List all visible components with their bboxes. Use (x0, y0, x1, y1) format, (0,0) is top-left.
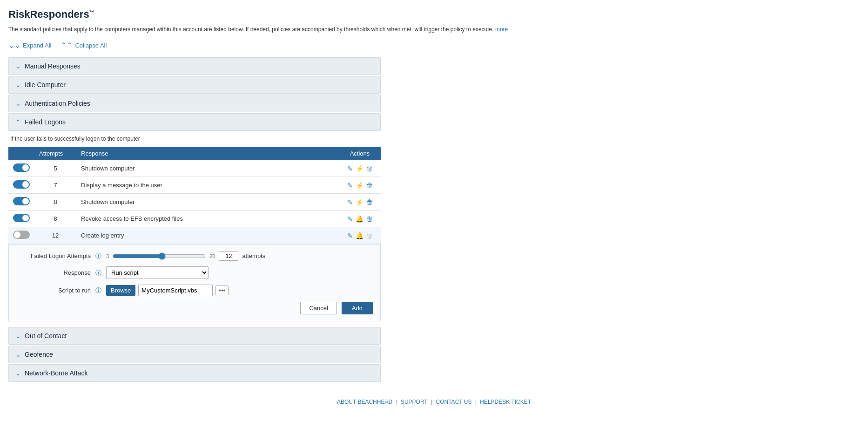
app-title: RiskResponders™ (8, 8, 860, 20)
table-header-attempts: Attempts (34, 147, 76, 160)
row3-action-icons: ✎ ⚡ 🗑 (343, 198, 376, 206)
more-link[interactable]: more (495, 26, 508, 33)
row5-actions: ✎ 🔔 🗑 (339, 227, 381, 244)
row3-edit-icon[interactable]: ✎ (347, 198, 353, 206)
row2-actions: ✎ ⚡ 🗑 (339, 177, 381, 194)
row5-attempts: 12 (34, 227, 76, 244)
row4-delete-icon[interactable]: 🗑 (366, 215, 373, 223)
section-idle-computer[interactable]: ⌄ Idle Computer (8, 76, 381, 94)
footer-helpdesk-link[interactable]: HELPDESK TICKET (480, 399, 531, 405)
section-failed-logons-header[interactable]: ⌃ Failed Logons (8, 113, 381, 131)
table-header-toggle (8, 147, 34, 160)
chevron-auth-policies-icon: ⌄ (15, 100, 21, 107)
section-manual-responses[interactable]: ⌄ Manual Responses (8, 57, 381, 75)
row2-edit-icon[interactable]: ✎ (347, 182, 353, 189)
browse-button[interactable]: Browse (106, 285, 135, 296)
row1-toggle-cell (8, 160, 34, 177)
table-row: 8 Shutdown computer ✎ ⚡ 🗑 (8, 194, 381, 211)
row3-toggle-cell (8, 194, 34, 211)
row2-action-icons: ✎ ⚡ 🗑 (343, 182, 376, 189)
row3-toggle[interactable] (13, 197, 30, 205)
row3-attempts: 8 (34, 194, 76, 211)
response-info-icon[interactable]: ⓘ (95, 269, 101, 277)
row5-toggle[interactable] (13, 231, 30, 239)
app-description: The standard policies that apply to the … (8, 25, 860, 34)
table-row: 8 Revoke access to EFS encrypted files ✎… (8, 211, 381, 227)
attempts-info-icon[interactable]: ⓘ (95, 252, 101, 260)
toolbar: ⌄⌄ Expand All ⌃⌃ Collapse All (8, 41, 860, 50)
script-info-icon[interactable]: ⓘ (95, 286, 101, 295)
footer-support-link[interactable]: SUPPORT (401, 399, 428, 405)
response-select[interactable]: Run script Shutdown computer Display a m… (106, 266, 209, 279)
section-authentication-policies[interactable]: ⌄ Authentication Policies (8, 95, 381, 112)
attempts-input[interactable] (219, 251, 238, 261)
row1-action-icons: ✎ ⚡ 🗑 (343, 165, 376, 172)
script-label: Script to run (16, 287, 91, 294)
row4-toggle-knob (22, 215, 29, 221)
chevron-out-of-contact-icon: ⌄ (15, 332, 21, 340)
row3-lightning-icon[interactable]: ⚡ (356, 198, 363, 206)
row5-delete-icon[interactable]: 🗑 (366, 232, 373, 239)
section-geofence[interactable]: ⌄ Geofence (8, 346, 381, 363)
row3-delete-icon[interactable]: 🗑 (366, 198, 373, 206)
section-failed-logons-label: Failed Logons (25, 118, 66, 126)
row4-bell-icon[interactable]: 🔔 (356, 215, 363, 223)
section-auth-policies-label: Authentication Policies (25, 100, 90, 107)
row5-toggle-knob (14, 231, 20, 238)
row4-response: Revoke access to EFS encrypted files (76, 211, 339, 227)
row4-edit-icon[interactable]: ✎ (347, 215, 353, 223)
row1-attempts: 5 (34, 160, 76, 177)
expand-all-label: Expand All (23, 42, 51, 49)
row1-lightning-icon[interactable]: ⚡ (356, 165, 363, 172)
script-input[interactable] (138, 285, 213, 296)
row1-response: Shutdown computer (76, 160, 339, 177)
ellipsis-button[interactable]: ••• (215, 286, 229, 295)
row1-toggle-knob (22, 164, 29, 171)
row2-toggle[interactable] (13, 180, 30, 189)
row2-toggle-cell (8, 177, 34, 194)
section-out-of-contact[interactable]: ⌄ Out of Contact (8, 327, 381, 345)
form-row-attempts: Failed Logon Attempts ⓘ 3 20 attempts (16, 251, 373, 261)
script-input-group: Browse ••• (106, 285, 229, 296)
row1-actions: ✎ ⚡ 🗑 (339, 160, 381, 177)
row3-response: Shutdown computer (76, 194, 339, 211)
chevron-failed-logons-icon: ⌃ (15, 118, 21, 126)
chevron-idle-computer-icon: ⌄ (15, 81, 21, 88)
table-row: 5 Shutdown computer ✎ ⚡ 🗑 (8, 160, 381, 177)
attempts-slider[interactable] (113, 252, 206, 260)
row2-lightning-icon[interactable]: ⚡ (356, 182, 363, 189)
row1-delete-icon[interactable]: 🗑 (366, 165, 373, 172)
row4-action-icons: ✎ 🔔 🗑 (343, 215, 376, 223)
footer-about-link[interactable]: ABOUT BEACHHEAD (337, 399, 392, 405)
row5-response: Create log entry (76, 227, 339, 244)
row5-action-icons: ✎ 🔔 🗑 (343, 232, 376, 239)
row4-toggle-cell (8, 211, 34, 227)
row1-edit-icon[interactable]: ✎ (347, 165, 353, 172)
row4-toggle[interactable] (13, 214, 30, 222)
expand-all-button[interactable]: ⌄⌄ Expand All (8, 41, 51, 50)
add-button[interactable]: Add (342, 302, 373, 314)
row5-edit-icon[interactable]: ✎ (347, 232, 353, 239)
row3-toggle-knob (22, 198, 29, 204)
section-network-borne-attack[interactable]: ⌄ Network-Borne Attack (8, 364, 381, 382)
row5-bell-icon[interactable]: 🔔 (356, 232, 363, 239)
row2-delete-icon[interactable]: 🗑 (366, 182, 373, 189)
section-manual-responses-label: Manual Responses (25, 62, 81, 70)
inline-edit-form: Failed Logon Attempts ⓘ 3 20 attempts Re… (8, 244, 381, 321)
expand-all-icon: ⌄⌄ (8, 41, 20, 50)
row2-response: Display a message to the user (76, 177, 339, 194)
table-row-editing: 12 Create log entry ✎ 🔔 🗑 (8, 227, 381, 244)
row1-toggle[interactable] (13, 163, 30, 172)
slider-container: 3 20 attempts (106, 251, 265, 261)
footer-contact-link[interactable]: CONTACT US (436, 399, 472, 405)
section-failed-logons-body: If the user fails to successfully logon … (8, 131, 381, 326)
collapse-all-button[interactable]: ⌃⌃ Collapse All (61, 41, 107, 50)
form-row-script: Script to run ⓘ Browse ••• (16, 285, 373, 296)
form-row-response: Response ⓘ Run script Shutdown computer … (16, 266, 373, 279)
chevron-network-borne-icon: ⌄ (15, 369, 21, 377)
footer: ABOUT BEACHHEAD | SUPPORT | CONTACT US |… (8, 391, 860, 410)
row2-toggle-knob (22, 181, 29, 188)
row5-toggle-cell (8, 227, 34, 244)
slider-max: 20 (209, 253, 215, 259)
cancel-button[interactable]: Cancel (300, 302, 336, 314)
